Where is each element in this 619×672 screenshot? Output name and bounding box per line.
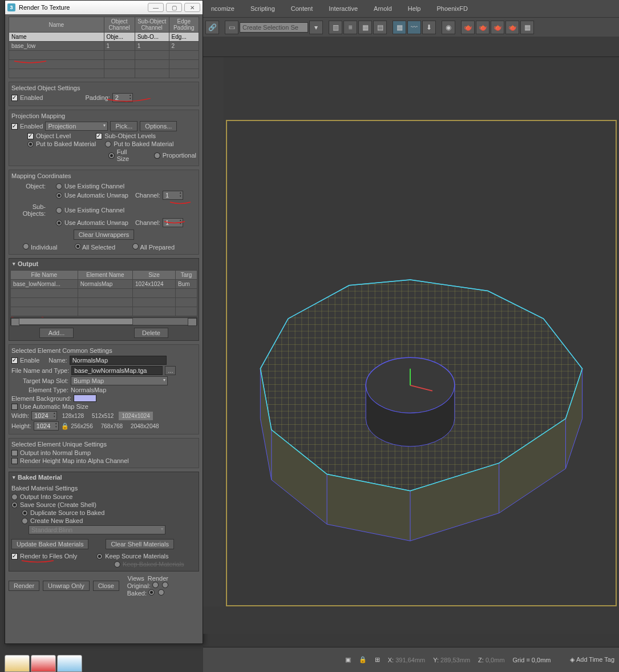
main-application: ncomize Scripting Content Interactive Ar…	[203, 0, 619, 634]
dialog-titlebar[interactable]: 3 Render To Texture — ▢ ✕	[5, 1, 203, 14]
update-baked-button[interactable]: Update Baked Materials	[11, 539, 88, 549]
output-source-radio[interactable]	[11, 494, 18, 500]
close-window-button[interactable]: ✕	[184, 3, 200, 12]
clear-unwrappers-button[interactable]: Clear Unwrappers	[74, 230, 135, 240]
height-spinner[interactable]: 1024	[34, 421, 59, 430]
scene-explorer-icon[interactable]: ▦	[393, 21, 406, 34]
preset-128[interactable]: 128x128	[59, 412, 87, 420]
preset-768[interactable]: 768x768	[98, 422, 126, 430]
selection-icon[interactable]: ▭	[225, 21, 238, 34]
material-editor-icon[interactable]: ◉	[442, 21, 455, 34]
sub-existing-radio[interactable]	[56, 207, 62, 214]
close-button[interactable]: Close	[93, 581, 119, 591]
link-icon[interactable]: 🔗	[205, 21, 219, 34]
enable-element-checkbox[interactable]	[11, 357, 18, 364]
full-size-radio[interactable]	[108, 152, 115, 159]
render-setup-icon[interactable]: 🫖	[461, 21, 475, 34]
put-baked-radio-1[interactable]	[27, 141, 34, 147]
selection-set-input[interactable]	[240, 22, 308, 33]
preset-1024[interactable]: 1024x1024	[119, 412, 153, 420]
curve-editor-icon[interactable]: 〰	[407, 21, 421, 34]
obj-auto-radio[interactable]	[56, 192, 62, 199]
output-header[interactable]: Output	[9, 259, 199, 269]
menu-customize[interactable]: ncomize	[203, 2, 242, 15]
maximize-button[interactable]: ▢	[166, 3, 182, 12]
viewport[interactable]	[226, 120, 617, 606]
width-spinner[interactable]: 1024	[31, 411, 56, 420]
preset-512[interactable]: 512x512	[89, 412, 116, 420]
render-icon[interactable]: 🫖	[491, 21, 504, 34]
isolate-icon[interactable]: ▣	[345, 656, 351, 663]
preset-2048[interactable]: 2048x2048	[128, 422, 162, 430]
menu-content[interactable]: Content	[283, 2, 321, 15]
menu-arnold[interactable]: Arnold	[366, 2, 400, 15]
proportional-radio[interactable]	[154, 152, 160, 159]
put-baked-radio-2[interactable]	[105, 141, 111, 147]
bg-color-swatch[interactable]	[74, 395, 96, 402]
views-baked-radio[interactable]	[148, 589, 155, 595]
auto-size-checkbox[interactable]	[11, 404, 18, 410]
create-new-radio[interactable]	[22, 518, 28, 524]
sub-object-levels-checkbox[interactable]	[96, 133, 102, 139]
render-prod-icon[interactable]: 🫖	[505, 21, 519, 34]
delete-button[interactable]: Delete	[134, 328, 168, 338]
keep-baked-radio[interactable]	[114, 561, 120, 568]
output-scrollbar[interactable]	[10, 317, 197, 325]
projection-dropdown[interactable]: Projection	[45, 122, 108, 131]
lock-icon[interactable]: 🔒	[61, 422, 68, 430]
element-name-input[interactable]	[70, 356, 167, 365]
taskbar-item-2[interactable]	[31, 655, 56, 672]
menu-scripting[interactable]: Scripting	[242, 2, 283, 15]
mirror-icon[interactable]: ▥	[329, 21, 342, 34]
height-alpha-checkbox[interactable]	[11, 458, 18, 464]
align-icon[interactable]: ≡	[343, 21, 357, 34]
unwrap-button[interactable]: Unwrap Only	[43, 581, 90, 591]
schematic-icon[interactable]: ⬇	[422, 21, 436, 34]
all-selected-radio[interactable]	[75, 243, 81, 250]
lock-selection-icon[interactable]: 🔒	[359, 656, 367, 663]
save-source-radio[interactable]	[11, 502, 18, 508]
duplicate-radio[interactable]	[22, 510, 28, 516]
file-name-input[interactable]	[71, 366, 163, 375]
clear-shell-button[interactable]: Clear Shell Materials	[106, 539, 173, 549]
time-tag-icon[interactable]: ◈ Add Time Tag	[570, 656, 614, 663]
baked-material-header[interactable]: Baked Material	[9, 472, 199, 482]
options-button[interactable]: Options...	[140, 121, 177, 131]
output-table[interactable]: File NameElement NameSizeTarg base_lowNo…	[10, 270, 197, 316]
render-files-checkbox[interactable]	[11, 553, 18, 560]
menu-phoenixfd[interactable]: PhoenixFD	[428, 2, 475, 15]
views-original-radio[interactable]	[152, 582, 159, 588]
shader-dropdown[interactable]: Standard:Blinn	[29, 525, 165, 534]
taskbar-item-3[interactable]	[57, 655, 82, 672]
render-last-icon[interactable]: ▦	[520, 21, 534, 34]
col-name: Name	[9, 17, 104, 33]
all-prepared-radio[interactable]	[132, 243, 139, 250]
taskbar-item-1[interactable]	[5, 655, 30, 672]
sub-auto-radio[interactable]	[56, 220, 62, 226]
browse-button[interactable]: ...	[165, 366, 176, 375]
dropdown-icon[interactable]: ▾	[309, 21, 323, 34]
preset-256[interactable]: 256x256	[68, 422, 95, 430]
minimize-button[interactable]: —	[148, 3, 164, 12]
toggle-icon[interactable]: ▦	[358, 21, 372, 34]
grid-info: Grid = 0,0mm	[513, 657, 551, 663]
col-obj: Object Channel	[104, 17, 135, 33]
layers-icon[interactable]: ▤	[373, 21, 387, 34]
obj-existing-radio[interactable]	[56, 183, 62, 190]
add-button[interactable]: Add...	[39, 328, 74, 338]
pick-button[interactable]: Pick...	[110, 121, 137, 131]
obj-channel-spinner[interactable]: 1	[163, 191, 183, 200]
individual-radio[interactable]	[23, 243, 29, 250]
keep-source-radio[interactable]	[96, 553, 103, 560]
target-slot-dropdown[interactable]: Bump Map	[71, 376, 168, 385]
render-button[interactable]: Render	[9, 581, 39, 591]
render-frame-icon[interactable]: 🫖	[476, 21, 489, 34]
grid-icon[interactable]: ⊞	[375, 656, 380, 663]
pm-enabled-checkbox[interactable]	[11, 123, 18, 130]
menu-help[interactable]: Help	[400, 2, 429, 15]
enabled-checkbox[interactable]	[11, 95, 18, 101]
menu-interactive[interactable]: Interactive	[321, 2, 366, 15]
object-level-checkbox[interactable]	[27, 133, 34, 139]
objects-table[interactable]: Name Object Channel Sub-Object Channel E…	[9, 17, 199, 78]
normal-bump-checkbox[interactable]	[11, 450, 18, 456]
